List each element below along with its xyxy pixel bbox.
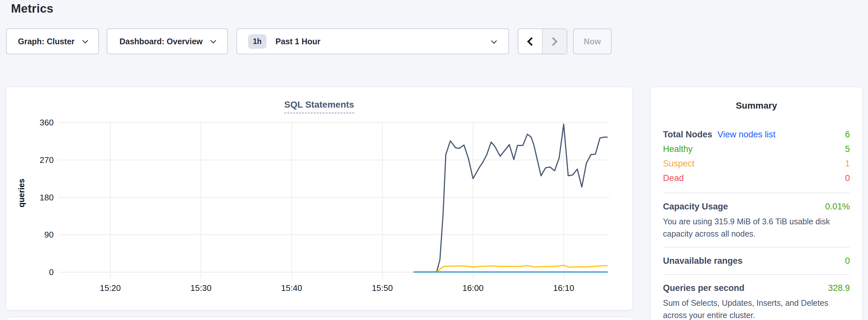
healthy-nodes-row: Healthy 5 (663, 142, 850, 156)
svg-text:15:20: 15:20 (100, 283, 121, 293)
now-button-label: Now (584, 37, 601, 46)
unavailable-ranges-value: 0 (845, 255, 850, 267)
sql-statements-chart-card: SQL Statements 09018027036015:2015:3015:… (6, 87, 632, 310)
page-title: Metrics (11, 2, 53, 15)
capacity-usage-value: 0.01% (825, 200, 850, 213)
queries-per-second-description: Sum of Selects, Updates, Inserts, and De… (663, 297, 850, 320)
time-range-label: Past 1 Hour (276, 37, 320, 46)
svg-text:15:40: 15:40 (281, 283, 302, 293)
chevron-down-icon (82, 37, 88, 43)
divider (663, 247, 850, 248)
capacity-usage-section: Capacity Usage 0.01% You are using 315.9… (663, 200, 850, 240)
svg-text:15:50: 15:50 (372, 283, 393, 293)
queries-per-second-label: Queries per second (663, 282, 744, 294)
healthy-value: 5 (845, 144, 850, 154)
suspect-label: Suspect (663, 159, 695, 169)
dashboard-dropdown-label: Dashboard: Overview (119, 37, 203, 46)
svg-text:180: 180 (40, 193, 54, 202)
svg-text:270: 270 (40, 155, 54, 165)
capacity-usage-label: Capacity Usage (663, 200, 728, 213)
svg-text:90: 90 (44, 230, 54, 239)
svg-text:16:10: 16:10 (553, 283, 574, 293)
chevron-right-icon (549, 37, 558, 46)
capacity-usage-description: You are using 315.9 MiB of 3.6 TiB usabl… (663, 215, 850, 240)
metrics-page: { "page": { "title": "Metrics" }, "toolb… (0, 0, 868, 320)
dashboard-dropdown[interactable]: Dashboard: Overview (107, 28, 228, 54)
chevron-down-icon (491, 38, 497, 44)
prev-time-window-button[interactable] (518, 29, 542, 54)
suspect-value: 1 (845, 159, 850, 169)
series-dark-slate (414, 124, 607, 272)
queries-per-second-value: 328.9 (828, 282, 850, 294)
graph-dropdown[interactable]: Graph: Cluster (6, 28, 99, 54)
summary-panel: Summary Total Nodes View nodes list 6 He… (651, 87, 862, 320)
svg-text:0: 0 (49, 267, 54, 277)
sql-statements-chart[interactable]: 09018027036015:2015:3015:4015:5016:0016:… (6, 87, 632, 310)
time-window-pager (518, 28, 567, 54)
time-range-badge: 1h (248, 34, 267, 49)
chevron-left-icon (527, 37, 536, 46)
svg-text:15:30: 15:30 (190, 283, 212, 293)
dead-value: 0 (845, 173, 850, 183)
total-nodes-value: 6 (845, 130, 850, 140)
svg-text:360: 360 (40, 118, 54, 127)
graph-dropdown-label: Graph: Cluster (18, 37, 74, 46)
time-range-selector[interactable]: 1h Past 1 Hour (237, 28, 509, 54)
next-time-window-button-disabled[interactable] (542, 29, 567, 54)
next-chart-card-edge (6, 317, 632, 320)
series-yellow (414, 265, 607, 272)
dead-label: Dead (663, 173, 684, 183)
chevron-down-icon (210, 37, 216, 43)
unavailable-ranges-section: Unavailable ranges 0 (663, 255, 850, 267)
divider (663, 274, 850, 275)
node-status-rows: Total Nodes View nodes list 6 Healthy 5 … (663, 127, 850, 186)
total-nodes-row: Total Nodes View nodes list 6 (663, 127, 850, 142)
total-nodes-label: Total Nodes (663, 130, 712, 140)
suspect-nodes-row: Suspect 1 (663, 156, 850, 171)
queries-per-second-section: Queries per second 328.9 Sum of Selects,… (663, 282, 850, 320)
healthy-label: Healthy (663, 144, 693, 154)
divider (663, 193, 850, 193)
now-button[interactable]: Now (573, 28, 612, 54)
y-axis-label: queries (17, 179, 26, 207)
view-nodes-list-link[interactable]: View nodes list (718, 130, 776, 140)
dead-nodes-row: Dead 0 (663, 171, 850, 186)
svg-text:16:00: 16:00 (462, 283, 484, 293)
summary-title: Summary (663, 100, 850, 111)
unavailable-ranges-label: Unavailable ranges (663, 255, 743, 267)
